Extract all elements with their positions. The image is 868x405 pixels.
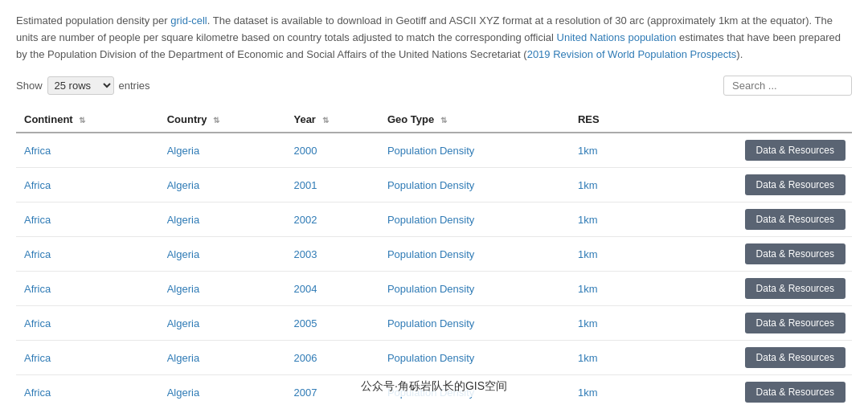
cell-year: 2005 xyxy=(285,306,379,341)
cell-country: Algeria xyxy=(159,202,286,237)
cell-year: 2007 xyxy=(285,375,379,405)
sort-icon-year: ⇅ xyxy=(322,116,329,125)
cell-geo-type: Population Density xyxy=(379,237,570,272)
description-block: Estimated population density per grid-ce… xyxy=(16,13,852,63)
col-continent[interactable]: Continent ⇅ xyxy=(16,107,159,133)
cell-res: 1km xyxy=(570,168,639,202)
cell-year: 2000 xyxy=(285,133,379,168)
table-row: Africa Algeria 2000 Population Density 1… xyxy=(16,133,852,168)
cell-year: 2001 xyxy=(285,168,379,202)
search-box xyxy=(723,76,852,96)
cell-res: 1km xyxy=(570,133,639,168)
cell-country: Algeria xyxy=(159,306,286,341)
data-resources-button[interactable]: Data & Resources xyxy=(745,209,845,230)
cell-year: 2002 xyxy=(285,202,379,237)
cell-geo-type: Population Density xyxy=(379,202,570,237)
data-resources-button[interactable]: Data & Resources xyxy=(745,174,845,195)
cell-btn[interactable]: Data & Resources xyxy=(639,341,852,375)
table-row: Africa Algeria 2005 Population Density 1… xyxy=(16,306,852,341)
data-resources-button[interactable]: Data & Resources xyxy=(745,243,845,264)
cell-res: 1km xyxy=(570,237,639,272)
cell-country: Algeria xyxy=(159,272,286,306)
cell-res: 1km xyxy=(570,375,639,405)
cell-country: Algeria xyxy=(159,341,286,375)
cell-continent: Africa xyxy=(16,133,159,168)
sort-icon-continent: ⇅ xyxy=(79,116,85,125)
cell-year: 2006 xyxy=(285,341,379,375)
un-population-link[interactable]: United Nations population xyxy=(557,31,677,43)
desc-text4: ). xyxy=(736,48,743,60)
table-row: Africa Algeria 2003 Population Density 1… xyxy=(16,237,852,272)
cell-geo-type: Population Density xyxy=(379,375,570,405)
cell-geo-type: Population Density xyxy=(379,133,570,168)
table-row: Africa Algeria 2002 Population Density 1… xyxy=(16,202,852,237)
data-resources-button[interactable]: Data & Resources xyxy=(745,382,845,403)
cell-year: 2003 xyxy=(285,237,379,272)
data-resources-button[interactable]: Data & Resources xyxy=(745,278,845,299)
col-res: RES xyxy=(570,107,639,133)
cell-btn[interactable]: Data & Resources xyxy=(639,133,852,168)
revision-link[interactable]: 2019 Revision of World Population Prospe… xyxy=(527,48,737,60)
col-country[interactable]: Country ⇅ xyxy=(159,107,286,133)
table-row: Africa Algeria 2006 Population Density 1… xyxy=(16,341,852,375)
data-resources-button[interactable]: Data & Resources xyxy=(745,313,845,333)
cell-continent: Africa xyxy=(16,202,159,237)
cell-continent: Africa xyxy=(16,168,159,202)
cell-res: 1km xyxy=(570,306,639,341)
cell-country: Algeria xyxy=(159,375,286,405)
cell-res: 1km xyxy=(570,202,639,237)
sort-icon-country: ⇅ xyxy=(213,116,219,125)
cell-continent: Africa xyxy=(16,237,159,272)
cell-continent: Africa xyxy=(16,272,159,306)
data-resources-button[interactable]: Data & Resources xyxy=(745,347,845,368)
cell-country: Algeria xyxy=(159,133,286,168)
cell-btn[interactable]: Data & Resources xyxy=(639,168,852,202)
show-label: Show xyxy=(16,80,43,92)
cell-continent: Africa xyxy=(16,375,159,405)
show-entries-control: Show 25 rows 10 rows 50 rows 100 rows en… xyxy=(16,76,150,95)
table-header-row: Continent ⇅ Country ⇅ Year ⇅ Geo Type ⇅ … xyxy=(16,107,852,133)
rows-select[interactable]: 25 rows 10 rows 50 rows 100 rows xyxy=(47,76,114,95)
cell-geo-type: Population Density xyxy=(379,306,570,341)
cell-country: Algeria xyxy=(159,168,286,202)
controls-row: Show 25 rows 10 rows 50 rows 100 rows en… xyxy=(16,76,852,96)
cell-btn[interactable]: Data & Resources xyxy=(639,272,852,306)
cell-btn[interactable]: Data & Resources xyxy=(639,237,852,272)
col-geo-type[interactable]: Geo Type ⇅ xyxy=(379,107,570,133)
cell-geo-type: Population Density xyxy=(379,168,570,202)
cell-res: 1km xyxy=(570,341,639,375)
entries-label: entries xyxy=(119,80,150,92)
cell-continent: Africa xyxy=(16,306,159,341)
cell-geo-type: Population Density xyxy=(379,272,570,306)
cell-geo-type: Population Density xyxy=(379,341,570,375)
data-table: Continent ⇅ Country ⇅ Year ⇅ Geo Type ⇅ … xyxy=(16,107,852,405)
sort-icon-geo-type: ⇅ xyxy=(440,116,447,125)
col-actions xyxy=(639,107,852,133)
cell-btn[interactable]: Data & Resources xyxy=(639,202,852,237)
data-resources-button[interactable]: Data & Resources xyxy=(745,140,845,161)
table-row: Africa Algeria 2004 Population Density 1… xyxy=(16,272,852,306)
col-year[interactable]: Year ⇅ xyxy=(285,107,379,133)
cell-country: Algeria xyxy=(159,237,286,272)
search-input[interactable] xyxy=(723,76,852,96)
grid-cell-link[interactable]: grid-cell xyxy=(170,14,207,27)
cell-btn[interactable]: Data & Resources xyxy=(639,306,852,341)
table-row: Africa Algeria 2007 Population Density 1… xyxy=(16,375,852,405)
cell-res: 1km xyxy=(570,272,639,306)
desc-text1: Estimated population density per xyxy=(16,14,170,27)
cell-btn[interactable]: Data & Resources xyxy=(639,375,852,405)
cell-continent: Africa xyxy=(16,341,159,375)
table-row: Africa Algeria 2001 Population Density 1… xyxy=(16,168,852,202)
cell-year: 2004 xyxy=(285,272,379,306)
